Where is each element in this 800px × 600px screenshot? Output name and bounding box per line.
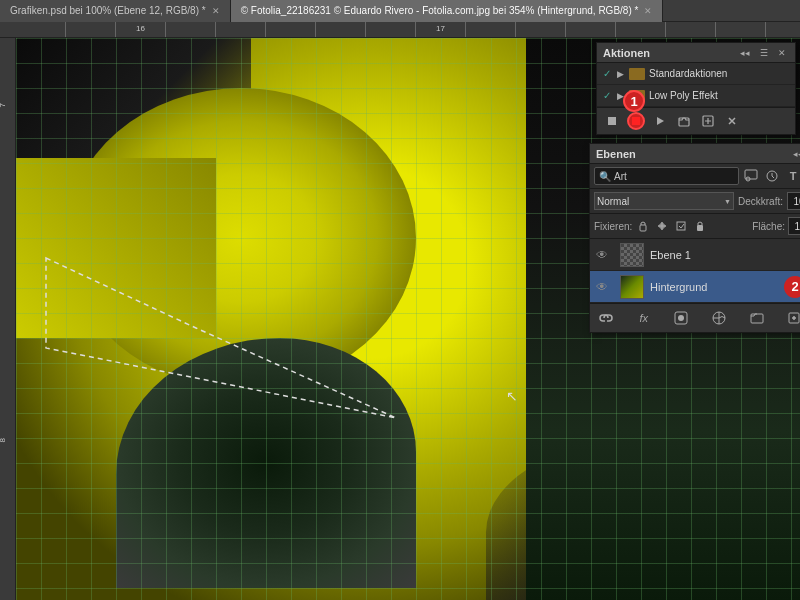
filter-adjust-btn[interactable] — [763, 167, 781, 185]
svg-rect-0 — [608, 117, 616, 125]
record-button[interactable] — [627, 112, 645, 130]
layer-name-hintergrund: Hintergrund — [650, 281, 784, 293]
aktionen-toolbar: 1 — [597, 107, 795, 134]
standardaktionen-label: Standardaktionen — [649, 68, 727, 79]
aktionen-menu-btn[interactable]: ☰ — [757, 47, 771, 59]
action-row-standardaktionen[interactable]: ✓ ▶ Standardaktionen — [597, 63, 795, 85]
aktionen-panel-header: Aktionen ◂◂ ☰ ✕ — [597, 43, 795, 63]
opacity-wrapper — [787, 192, 800, 210]
tab-fotolia[interactable]: © Fotolia_22186231 © Eduardo Rivero - Fo… — [231, 0, 664, 22]
tab-grafiken[interactable]: Grafiken.psd bei 100% (Ebene 12, RGB/8) … — [0, 0, 231, 22]
ebenen-fixieren-row: Fixieren: Fläche: — [590, 214, 800, 239]
layer-row-ebene1[interactable]: 👁 Ebene 1 — [590, 239, 800, 271]
expand-standardaktionen-icon[interactable]: ▶ — [617, 69, 629, 79]
step2-badge: 2 — [784, 276, 800, 298]
layer-row-hintergrund[interactable]: 👁 Hintergrund 2 ↖ 🔒 — [590, 271, 800, 303]
lock-pixels-btn[interactable] — [635, 218, 651, 234]
ebenen-mode-row: Normal Multiplizieren Abwedeln Deckkraft… — [590, 189, 800, 214]
canvas-area: ↖ Aktionen ◂◂ ☰ ✕ ✓ ▶ — [16, 38, 800, 600]
ebenen-panel-title: Ebenen — [596, 148, 636, 160]
tab-bar: Grafiken.psd bei 100% (Ebene 12, RGB/8) … — [0, 0, 800, 22]
new-folder-button[interactable] — [675, 112, 693, 130]
aktionen-collapse-btn[interactable]: ◂◂ — [737, 47, 753, 59]
add-mask-btn[interactable] — [671, 308, 691, 328]
new-action-button[interactable] — [699, 112, 717, 130]
layer-search-box[interactable]: 🔍 — [594, 167, 739, 185]
fx-btn[interactable]: fx — [634, 308, 654, 328]
lock-artboard-btn[interactable] — [673, 218, 689, 234]
lock-all-btn[interactable] — [692, 218, 708, 234]
fixieren-label: Fixieren: — [594, 221, 632, 232]
play-button[interactable] — [651, 112, 669, 130]
aktionen-panel-controls: ◂◂ ☰ ✕ — [737, 47, 789, 59]
panels-area: Aktionen ◂◂ ☰ ✕ ✓ ▶ Standardaktionen ✓ — [585, 38, 800, 337]
aktionen-close-btn[interactable]: ✕ — [775, 47, 789, 59]
ebenen-bottom-toolbar: fx — [590, 303, 800, 332]
lock-move-btn[interactable] — [654, 218, 670, 234]
layer-mode-wrapper: Normal Multiplizieren Abwedeln — [594, 192, 734, 210]
layer-mode-select[interactable]: Normal Multiplizieren Abwedeln — [594, 192, 734, 210]
eye-hintergrund-icon[interactable]: 👁 — [596, 280, 614, 294]
flache-input[interactable] — [788, 217, 800, 235]
canvas-yellow-mid — [16, 158, 216, 338]
ruler-mark-16: 16 — [136, 24, 145, 33]
step1-badge: 1 — [623, 90, 645, 112]
ruler-vertical: 7 8 — [0, 38, 16, 600]
new-layer-btn[interactable] — [784, 308, 800, 328]
folder-standardaktionen-icon — [629, 68, 645, 80]
adjustment-btn[interactable] — [709, 308, 729, 328]
aktionen-panel-title: Aktionen — [603, 47, 650, 59]
layer-name-ebene1: Ebene 1 — [650, 249, 800, 261]
eye-ebene1-icon[interactable]: 👁 — [596, 248, 614, 262]
layer-thumb-hintergrund — [620, 275, 644, 299]
opacity-input[interactable] — [787, 192, 800, 210]
ebenen-collapse-btn[interactable]: ◂◂ — [790, 148, 800, 160]
record-button-wrapper: 1 — [627, 112, 645, 130]
close-tab-1-icon[interactable]: ✕ — [212, 6, 220, 16]
ruler-horizontal: 16 17 — [0, 22, 800, 38]
ebenen-panel-controls: ◂◂ ☰ ✕ — [790, 148, 800, 160]
ruler-mark-17: 17 — [436, 24, 445, 33]
filter-text-btn[interactable]: T — [784, 167, 800, 185]
ebenen-panel: Ebenen ◂◂ ☰ ✕ 🔍 — [589, 143, 800, 333]
svg-rect-9 — [640, 225, 646, 231]
check-standardaktionen-icon: ✓ — [603, 68, 617, 79]
layer-thumb-ebene1 — [620, 243, 644, 267]
svg-rect-11 — [697, 225, 703, 231]
lowpoly-label: Low Poly Effekt — [649, 90, 718, 101]
link-layers-btn[interactable] — [596, 308, 616, 328]
opacity-label: Deckkraft: — [738, 196, 783, 207]
svg-point-13 — [678, 315, 684, 321]
svg-point-5 — [746, 177, 750, 181]
search-icon: 🔍 — [599, 171, 611, 182]
aktionen-panel: Aktionen ◂◂ ☰ ✕ ✓ ▶ Standardaktionen ✓ — [596, 42, 796, 135]
ruler-v-mark-7: 7 — [0, 103, 7, 107]
svg-rect-15 — [751, 314, 763, 323]
new-group-btn[interactable] — [747, 308, 767, 328]
ruler-v-mark-8: 8 — [0, 438, 7, 442]
main-area: 7 8 ↖ — [0, 38, 800, 600]
close-tab-2-icon[interactable]: ✕ — [644, 6, 652, 16]
layer-search-input[interactable] — [614, 171, 734, 182]
flache-wrapper — [788, 217, 800, 235]
ebenen-panel-header: Ebenen ◂◂ ☰ ✕ — [590, 144, 800, 164]
flache-label: Fläche: — [752, 221, 785, 232]
svg-marker-1 — [657, 117, 664, 125]
ebenen-search-row: 🔍 T — [590, 164, 800, 189]
stop-button[interactable] — [603, 112, 621, 130]
delete-action-button[interactable] — [723, 112, 741, 130]
check-lowpoly-icon: ✓ — [603, 90, 617, 101]
filter-image-btn[interactable] — [742, 167, 760, 185]
